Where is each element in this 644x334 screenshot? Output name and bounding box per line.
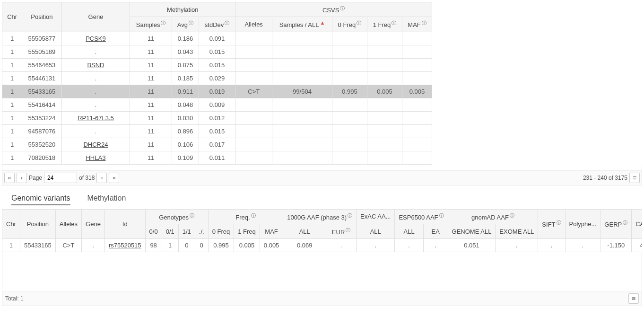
cell-0freq [332,98,367,111]
bcol-1000g[interactable]: 1000G AAF (phase 3)ⓘ [283,209,357,224]
bcol-esp-ea[interactable]: EA [423,224,448,238]
gene-link[interactable]: DHCR24 [83,141,108,148]
col-samples[interactable]: Samplesⓘ [130,17,172,32]
page-input[interactable] [44,173,77,183]
table-row[interactable]: 155505877PCSK9110.1860.091 [2,32,432,45]
bcol-gene[interactable]: Gene [82,209,105,239]
tab-methylation[interactable]: Methylation [87,194,126,205]
cell-1000g-all: 0.069 [283,239,326,252]
bcol-alleles[interactable]: Alleles [55,209,81,239]
cell-0freq [332,71,367,85]
table-row[interactable]: 1 55433165 C>T . rs75520515 98 1 0 0 0.9… [2,239,643,252]
next-page-button[interactable]: › [96,173,107,183]
bcol-maf[interactable]: MAF [260,224,283,238]
col-1freq[interactable]: 1 Freqⓘ [367,17,402,32]
cell-id[interactable]: rs75520515 [104,239,145,252]
table-row[interactable]: 155353224RP11-67L3.5110.0300.012 [2,111,432,124]
info-icon[interactable]: ⓘ [557,220,561,226]
rsid-link[interactable]: rs75520515 [109,242,141,249]
tab-genomic-variants[interactable]: Genomic variants [11,194,70,205]
col-samples-all[interactable]: Samples / ALL▲ [272,17,332,32]
bcol-esp[interactable]: ESP6500 AAFⓘ [395,209,448,224]
cell-position: 55464653 [22,58,61,71]
bcol-gnomad-exome[interactable]: EXOME ALL [496,224,538,238]
samples-label: Samples [136,22,160,29]
table-row[interactable]: 155352520DHCR24110.1060.017 [2,138,432,151]
info-icon[interactable]: ⓘ [251,212,256,219]
bcol-polyphen[interactable]: Polyphe... [565,209,600,239]
col-methylation[interactable]: Methylation [130,2,235,17]
bcol-esp-all[interactable]: ALL [395,224,423,238]
col-maf[interactable]: MAFⓘ [402,17,432,32]
bcol-position[interactable]: Position [20,209,55,239]
table-row[interactable]: 170820518HHLA3110.1090.011 [2,151,432,164]
table-menu-button[interactable]: ≡ [628,293,639,304]
info-icon[interactable]: ⓘ [510,212,514,219]
table-row[interactable]: 155464653BSND110.8750.015 [2,58,432,71]
bcol-1000g-all[interactable]: ALL [283,224,326,238]
info-icon[interactable]: ⓘ [357,20,361,26]
bcol-exac-all[interactable]: ALL [357,224,395,238]
bcol-id[interactable]: Id [104,209,145,239]
bcol-gdd[interactable]: ./. [195,224,208,238]
gene-link[interactable]: RP11-67L3.5 [78,114,114,122]
cell-chr: 1 [2,98,22,111]
first-page-button[interactable]: « [4,173,15,183]
cell-samples: 11 [130,58,172,71]
gene-link[interactable]: BSND [87,62,104,69]
table-row[interactable]: 194587076.110.8960.015 [2,124,432,138]
bcol-sift[interactable]: SIFTⓘ [538,209,565,239]
bcol-f0[interactable]: 0 Freq [208,224,234,238]
bcol-1000g-eur[interactable]: EURⓘ [326,224,357,238]
table-row[interactable]: 155416414.110.0480.009 [2,98,432,111]
bcol-cadd[interactable]: CADD ... [632,209,642,239]
last-page-button[interactable]: » [109,173,119,183]
table-row[interactable]: 155433165.110.9110.019C>T99/5040.9950.00… [2,85,432,98]
info-icon[interactable]: ⓘ [346,227,350,234]
info-icon[interactable]: ⓘ [340,5,345,12]
bcol-genotypes[interactable]: Genotypesⓘ [145,209,208,224]
info-icon[interactable]: ⓘ [348,212,352,219]
cell-maf [402,151,432,164]
col-csvs[interactable]: CSVSⓘ [235,2,432,17]
cell-samples: 11 [130,85,172,98]
info-icon[interactable]: ⓘ [422,20,426,26]
bcol-gnomad[interactable]: gnomAD AAFⓘ [448,209,538,224]
info-icon[interactable]: ⓘ [225,20,229,26]
prev-page-button[interactable]: ‹ [17,173,27,183]
bcol-g00[interactable]: 0/0 [145,224,162,238]
cell-0freq [332,151,367,164]
col-avg[interactable]: Avgⓘ [172,17,199,32]
bcol-chr[interactable]: Chr [2,209,20,239]
cell-0freq [332,45,367,58]
cell-chr: 1 [2,239,20,252]
info-icon[interactable]: ⓘ [623,220,627,226]
info-icon[interactable]: ⓘ [439,212,444,219]
col-chr[interactable]: Chr [2,2,22,32]
col-gene[interactable]: Gene [61,2,130,32]
bcol-gerp[interactable]: GERPⓘ [600,209,632,239]
table-row[interactable]: 155505189.110.0430.015 [2,45,432,58]
col-stddev[interactable]: stdDevⓘ [199,17,235,32]
col-alleles[interactable]: Alleles [235,17,272,32]
table-row[interactable]: 155446131.110.1850.029 [2,71,432,85]
bcol-freq[interactable]: Freq.ⓘ [208,209,283,224]
gene-link[interactable]: PCSK9 [86,35,106,42]
info-icon[interactable]: ⓘ [190,212,194,219]
table-menu-button[interactable]: ≡ [629,173,640,183]
bcol-exac[interactable]: ExAC AA... [357,209,395,224]
bcol-f1[interactable]: 1 Freq [234,224,260,238]
info-icon[interactable]: ⓘ [392,20,396,26]
cell-samples-all [272,111,332,124]
col-position[interactable]: Position [22,2,61,32]
warning-icon[interactable]: ▲ [320,20,325,26]
bcol-g01[interactable]: 0/1 [162,224,178,238]
gene-link[interactable]: HHLA3 [86,154,105,161]
col-0freq[interactable]: 0 Freqⓘ [332,17,367,32]
bottom-hscrollbar[interactable] [2,285,642,291]
bcol-gnomad-genome[interactable]: GENOME ALL [448,224,496,238]
top-hscrollbar[interactable] [2,164,642,171]
bcol-g11[interactable]: 1/1 [178,224,195,238]
info-icon[interactable]: ⓘ [161,20,165,26]
info-icon[interactable]: ⓘ [189,20,193,26]
